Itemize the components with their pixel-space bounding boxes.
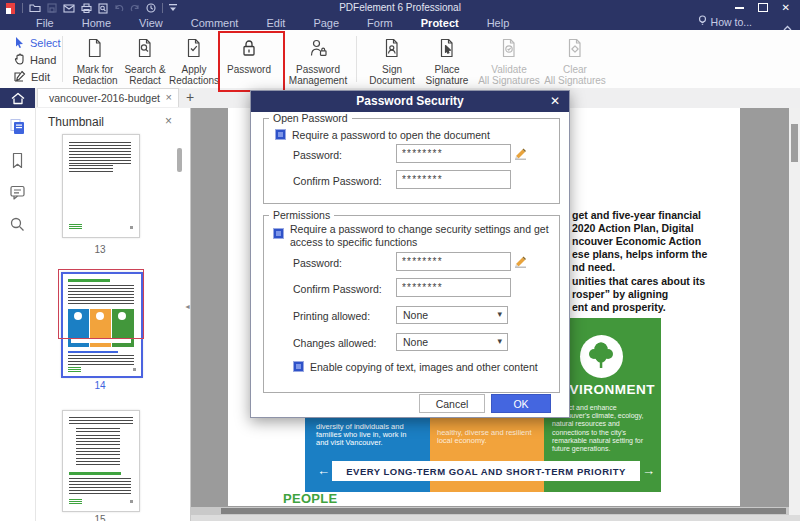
thumbnail-text [68, 355, 134, 366]
vertical-scrollbar[interactable] [789, 108, 800, 521]
reveal-password-icon[interactable] [513, 254, 528, 272]
select-mode-button[interactable]: Select [14, 36, 61, 50]
label-line: Signature [415, 75, 479, 86]
horizontal-scrollbar-thumb[interactable] [221, 508, 786, 514]
window-controls: ✕ [735, 2, 790, 13]
place-signature-button[interactable]: Place Signature [415, 35, 479, 86]
house-icon [10, 92, 26, 105]
require-open-password-checkbox[interactable] [275, 129, 286, 140]
edit-mode-button[interactable]: Edit [14, 70, 50, 84]
tab-view[interactable]: View [125, 16, 177, 30]
thumbnail-logo [69, 499, 82, 505]
environment-text-line: natural resources and [552, 420, 643, 428]
environment-circle [580, 335, 623, 378]
document-text-line: 2020 Action Plan, Digital [572, 222, 707, 235]
document-text-line: get and five-year financial [572, 209, 707, 222]
button-label: Password [217, 64, 281, 75]
password-button[interactable]: Password [217, 35, 281, 75]
tab-comment[interactable]: Comment [177, 16, 253, 30]
goal-banner: EVERY LONG-TERM GOAL AND SHORT-TERM PRIO… [332, 461, 640, 481]
open-password-input[interactable] [396, 144, 511, 163]
thumbnail-panel-icon[interactable] [9, 118, 26, 139]
permissions-confirm-password-input[interactable] [396, 278, 511, 297]
label-line: All Signatures [540, 75, 610, 86]
edit-mode-label: Edit [31, 71, 50, 83]
close-tab-icon[interactable]: × [166, 91, 172, 103]
require-permissions-password-checkbox[interactable] [273, 228, 284, 239]
permissions-password-label: Password: [293, 257, 342, 269]
cancel-button-label: Cancel [436, 398, 469, 410]
title-bar: PDFelement 6 Professional ✕ File Home Vi… [0, 0, 800, 30]
divider [356, 36, 357, 82]
thumbnail-pagenum [130, 500, 133, 503]
printing-allowed-select[interactable]: None ▾ [396, 306, 508, 324]
password-management-button[interactable]: Password Management [283, 35, 353, 86]
require-open-password-label: Require a password to open the document [292, 129, 490, 141]
how-to-label: How to... [711, 16, 752, 28]
ok-button[interactable]: OK [491, 394, 551, 413]
button-label: Password Management [283, 64, 353, 86]
pdfelement-window: PDFelement 6 Professional ✕ File Home Vi… [0, 0, 800, 521]
vertical-scrollbar-thumb[interactable] [791, 124, 798, 162]
printing-allowed-value: None [403, 309, 428, 321]
search-panel-icon[interactable] [9, 216, 26, 237]
document-text-line: ent and prosperity. [572, 301, 705, 314]
enable-copying-label: Enable copying of text, images and other… [310, 361, 538, 373]
printing-allowed-label: Printing allowed: [293, 310, 370, 322]
thumbnail-link-line [68, 351, 118, 353]
close-dialog-icon[interactable]: ✕ [550, 94, 560, 108]
document-paragraph: get and five-year financial 2020 Action … [572, 209, 707, 274]
horizontal-scrollbar[interactable] [191, 507, 789, 515]
tab-page[interactable]: Page [299, 16, 353, 30]
hand-mode-button[interactable]: Hand [14, 53, 56, 67]
thumbnail-text [69, 142, 131, 164]
thumbnail-page-15[interactable] [62, 410, 140, 512]
tab-file[interactable]: File [22, 16, 68, 30]
panel-scrollbar-thumb[interactable] [177, 148, 182, 172]
permissions-confirm-password-label: Confirm Password: [293, 283, 382, 295]
document-tab[interactable]: vancouver-2016-budget × [37, 88, 179, 107]
reveal-password-icon[interactable] [513, 146, 528, 164]
label-line: Password [217, 64, 281, 75]
thumbnail-list [76, 428, 120, 468]
page-13-number: 13 [61, 244, 139, 255]
open-confirm-password-input[interactable] [396, 170, 511, 189]
thumbnail-logo [68, 367, 81, 373]
tab-home[interactable]: Home [68, 16, 125, 30]
lock-icon [217, 35, 281, 64]
tab-protect[interactable]: Protect [407, 16, 473, 30]
cancel-button[interactable]: Cancel [419, 394, 485, 413]
open-confirm-password-label: Confirm Password: [293, 175, 382, 187]
label-line: Management [283, 75, 353, 86]
button-label: Clear All Signatures [540, 64, 610, 86]
minimize-button[interactable] [735, 7, 744, 9]
maximize-button[interactable] [758, 3, 768, 12]
tab-form[interactable]: Form [353, 16, 407, 30]
arrow-left-icon: ← [317, 461, 330, 481]
label-line: Place [415, 64, 479, 75]
permissions-password-input[interactable] [396, 252, 511, 271]
bookmark-panel-icon[interactable] [9, 152, 26, 173]
comment-panel-icon[interactable] [9, 184, 26, 205]
require-permissions-label-line1: Require a password to change security se… [290, 223, 549, 235]
viewport-indicator[interactable] [58, 269, 144, 339]
validate-signatures-icon [474, 35, 544, 64]
changes-allowed-select[interactable]: None ▾ [396, 333, 508, 351]
new-tab-button[interactable]: + [186, 89, 194, 105]
enable-copying-checkbox[interactable] [293, 361, 304, 372]
label-line: Redactions [162, 75, 226, 86]
how-to-link[interactable]: How to... [698, 15, 752, 28]
dialog-title: Password Security [251, 94, 569, 108]
home-button[interactable] [0, 88, 35, 108]
close-panel-icon[interactable]: × [165, 114, 172, 128]
collapse-panel-arrow-icon[interactable]: ◄ [184, 303, 191, 310]
close-window-button[interactable]: ✕ [782, 3, 790, 13]
clear-all-signatures-button: Clear All Signatures [540, 35, 610, 86]
environment-text-line: connections to the city's [552, 429, 643, 437]
thumbnail-page-13[interactable] [62, 134, 140, 238]
button-label: Validate All Signatures [474, 64, 544, 86]
tab-edit[interactable]: Edit [252, 16, 299, 30]
document-paragraph: unities that cares about its rosper” by … [572, 275, 705, 314]
tab-help[interactable]: Help [473, 16, 524, 30]
thumbnail-panel-title: Thumbnail [48, 115, 104, 129]
